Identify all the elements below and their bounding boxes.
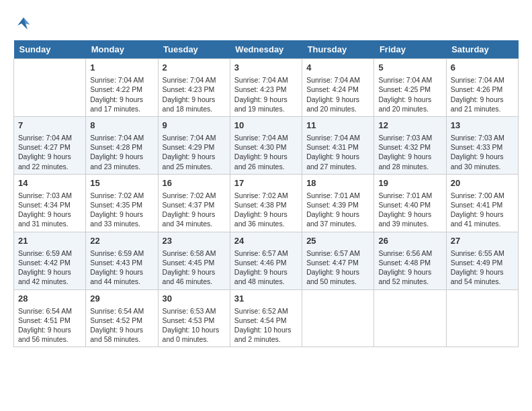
day-info: and 44 minutes. [90, 277, 153, 286]
day-info: Sunset: 4:39 PM [306, 200, 369, 210]
logo [13, 13, 36, 34]
day-info: Sunset: 4:53 PM [163, 316, 226, 325]
day-info: Sunset: 4:52 PM [90, 316, 153, 325]
day-info: Daylight: 9 hours [234, 267, 298, 277]
day-info: Sunrise: 6:56 AM [378, 248, 441, 258]
page-header [13, 13, 519, 34]
day-info: Daylight: 9 hours [234, 152, 298, 161]
calendar-cell: 21Sunrise: 6:59 AMSunset: 4:42 PMDayligh… [14, 232, 86, 289]
day-info: Sunset: 4:23 PM [234, 85, 298, 94]
day-info: Sunrise: 7:04 AM [306, 133, 369, 142]
day-info: and 37 minutes. [306, 219, 369, 228]
day-info: Sunrise: 7:04 AM [18, 133, 81, 142]
calendar-cell: 14Sunrise: 7:03 AMSunset: 4:34 PMDayligh… [14, 174, 86, 232]
day-info: Sunset: 4:32 PM [378, 142, 441, 152]
day-info: Daylight: 9 hours [18, 325, 81, 334]
day-header-friday: Friday [374, 40, 446, 59]
day-info: and 2 minutes. [234, 334, 298, 344]
calendar-cell [14, 59, 86, 117]
day-number: 15 [90, 177, 153, 189]
day-info: and 30 minutes. [451, 162, 514, 171]
day-info: Sunset: 4:33 PM [451, 142, 514, 152]
calendar-cell: 7Sunrise: 7:04 AMSunset: 4:27 PMDaylight… [14, 116, 86, 174]
day-info: Daylight: 9 hours [90, 325, 153, 334]
calendar-cell: 8Sunrise: 7:04 AMSunset: 4:28 PMDaylight… [86, 116, 158, 174]
day-info: and 21 minutes. [451, 104, 514, 113]
day-number: 13 [451, 120, 514, 132]
day-info: Sunrise: 7:02 AM [163, 191, 226, 200]
calendar-cell: 25Sunrise: 6:57 AMSunset: 4:47 PMDayligh… [302, 232, 374, 289]
day-info: Sunrise: 6:58 AM [163, 248, 226, 258]
calendar-cell: 12Sunrise: 7:03 AMSunset: 4:32 PMDayligh… [374, 116, 446, 174]
day-info: Sunrise: 6:53 AM [163, 306, 226, 316]
day-info: Sunrise: 7:04 AM [90, 75, 153, 85]
day-info: Daylight: 9 hours [90, 210, 153, 219]
calendar-cell: 26Sunrise: 6:56 AMSunset: 4:48 PMDayligh… [374, 232, 446, 289]
day-info: Sunset: 4:51 PM [18, 316, 81, 325]
day-number: 27 [451, 235, 514, 247]
day-info: Sunrise: 7:04 AM [234, 133, 298, 142]
day-number: 14 [18, 177, 81, 189]
day-number: 1 [90, 62, 153, 74]
day-info: Sunrise: 6:59 AM [90, 248, 153, 258]
day-info: Sunrise: 6:57 AM [234, 248, 298, 258]
day-number: 29 [90, 293, 153, 305]
day-info: Sunset: 4:24 PM [306, 85, 369, 94]
day-info: Daylight: 9 hours [451, 267, 514, 277]
day-header-sunday: Sunday [14, 40, 86, 59]
day-info: Sunset: 4:30 PM [234, 142, 298, 152]
day-number: 26 [378, 235, 441, 247]
day-info: Sunrise: 7:04 AM [90, 133, 153, 142]
day-info: Sunrise: 7:04 AM [234, 75, 298, 85]
week-row: 21Sunrise: 6:59 AMSunset: 4:42 PMDayligh… [14, 232, 519, 289]
calendar-cell: 2Sunrise: 7:04 AMSunset: 4:23 PMDaylight… [158, 59, 230, 117]
day-info: Daylight: 9 hours [451, 95, 514, 104]
week-row: 28Sunrise: 6:54 AMSunset: 4:51 PMDayligh… [14, 289, 519, 347]
calendar-cell: 11Sunrise: 7:04 AMSunset: 4:31 PMDayligh… [302, 116, 374, 174]
day-info: Sunset: 4:31 PM [306, 142, 369, 152]
day-info: Sunrise: 7:04 AM [163, 75, 226, 85]
day-number: 25 [306, 235, 369, 247]
logo-icon [13, 13, 34, 34]
day-info: Sunset: 4:42 PM [18, 258, 81, 267]
day-info: and 42 minutes. [18, 277, 81, 286]
day-info: Daylight: 9 hours [163, 95, 226, 104]
calendar-cell [302, 289, 374, 347]
calendar-cell: 9Sunrise: 7:04 AMSunset: 4:29 PMDaylight… [158, 116, 230, 174]
calendar-cell: 3Sunrise: 7:04 AMSunset: 4:23 PMDaylight… [230, 59, 302, 117]
day-info: Sunset: 4:54 PM [234, 316, 298, 325]
day-info: and 52 minutes. [378, 277, 441, 286]
day-info: Sunset: 4:48 PM [378, 258, 441, 267]
calendar-cell: 31Sunrise: 6:52 AMSunset: 4:54 PMDayligh… [230, 289, 302, 347]
day-info: and 46 minutes. [163, 277, 226, 286]
day-number: 8 [90, 120, 153, 132]
calendar-cell: 29Sunrise: 6:54 AMSunset: 4:52 PMDayligh… [86, 289, 158, 347]
calendar-cell: 13Sunrise: 7:03 AMSunset: 4:33 PMDayligh… [446, 116, 518, 174]
day-info: and 39 minutes. [378, 219, 441, 228]
day-info: Sunset: 4:40 PM [378, 200, 441, 210]
day-info: Daylight: 9 hours [163, 210, 226, 219]
day-info: Sunset: 4:41 PM [451, 200, 514, 210]
day-info: Daylight: 9 hours [163, 152, 226, 161]
day-info: Sunset: 4:45 PM [163, 258, 226, 267]
day-info: Sunset: 4:35 PM [90, 200, 153, 210]
day-info: Sunrise: 7:02 AM [234, 191, 298, 200]
day-info: and 19 minutes. [234, 104, 298, 113]
day-info: Sunrise: 7:00 AM [451, 191, 514, 200]
day-info: Daylight: 9 hours [306, 152, 369, 161]
day-info: Daylight: 9 hours [234, 95, 298, 104]
day-info: Daylight: 9 hours [90, 152, 153, 161]
day-header-thursday: Thursday [302, 40, 374, 59]
day-number: 31 [234, 293, 298, 305]
day-info: Sunset: 4:49 PM [451, 258, 514, 267]
day-info: Daylight: 9 hours [378, 267, 441, 277]
day-number: 30 [163, 293, 226, 305]
day-number: 18 [306, 177, 369, 189]
day-info: Daylight: 9 hours [163, 267, 226, 277]
day-number: 22 [90, 235, 153, 247]
day-info: Sunrise: 7:03 AM [378, 133, 441, 142]
day-info: Daylight: 9 hours [18, 152, 81, 161]
day-number: 7 [18, 120, 81, 132]
day-number: 23 [163, 235, 226, 247]
day-info: Sunrise: 7:04 AM [451, 75, 514, 85]
